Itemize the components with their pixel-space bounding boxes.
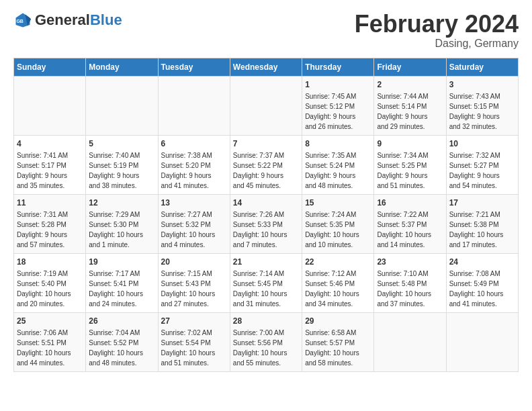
table-row: 27Sunrise: 7:02 AM Sunset: 5:54 PM Dayli… — [158, 312, 230, 371]
table-row: 7Sunrise: 7:37 AM Sunset: 5:22 PM Daylig… — [230, 135, 302, 194]
table-row: 1Sunrise: 7:45 AM Sunset: 5:12 PM Daylig… — [302, 76, 374, 135]
title-block: February 2024 Dasing, Germany — [355, 11, 519, 50]
logo-blue: Blue — [90, 11, 122, 28]
day-number: 16 — [377, 198, 443, 208]
day-info: Sunrise: 7:14 AM Sunset: 5:45 PM Dayligh… — [233, 269, 299, 309]
day-info: Sunrise: 7:34 AM Sunset: 5:25 PM Dayligh… — [377, 150, 443, 191]
table-row: 3Sunrise: 7:43 AM Sunset: 5:15 PM Daylig… — [446, 76, 518, 135]
table-row: 14Sunrise: 7:26 AM Sunset: 5:33 PM Dayli… — [230, 194, 302, 253]
week-row-0: 1Sunrise: 7:45 AM Sunset: 5:12 PM Daylig… — [14, 76, 519, 135]
logo-text: GeneralBlue — [35, 13, 122, 28]
table-row — [14, 76, 86, 135]
day-number: 8 — [305, 139, 371, 148]
day-number: 2 — [377, 80, 443, 89]
day-number: 28 — [233, 316, 299, 326]
col-monday: Monday — [86, 58, 158, 76]
day-info: Sunrise: 7:27 AM Sunset: 5:32 PM Dayligh… — [161, 210, 227, 250]
day-info: Sunrise: 7:08 AM Sunset: 5:49 PM Dayligh… — [449, 269, 515, 309]
day-info: Sunrise: 7:43 AM Sunset: 5:15 PM Dayligh… — [449, 91, 515, 132]
table-row — [230, 76, 302, 135]
table-row — [374, 312, 446, 371]
day-number: 3 — [449, 80, 515, 89]
col-saturday: Saturday — [446, 58, 518, 76]
day-info: Sunrise: 7:17 AM Sunset: 5:41 PM Dayligh… — [89, 269, 154, 309]
table-row: 24Sunrise: 7:08 AM Sunset: 5:49 PM Dayli… — [446, 253, 518, 312]
day-number: 21 — [233, 257, 299, 267]
day-info: Sunrise: 7:06 AM Sunset: 5:51 PM Dayligh… — [17, 328, 83, 368]
table-row: 6Sunrise: 7:38 AM Sunset: 5:20 PM Daylig… — [158, 135, 230, 194]
table-row: 4Sunrise: 7:41 AM Sunset: 5:17 PM Daylig… — [14, 135, 86, 194]
table-row: 5Sunrise: 7:40 AM Sunset: 5:19 PM Daylig… — [86, 135, 158, 194]
table-row: 13Sunrise: 7:27 AM Sunset: 5:32 PM Dayli… — [158, 194, 230, 253]
day-number: 27 — [161, 316, 227, 326]
table-row: 22Sunrise: 7:12 AM Sunset: 5:46 PM Dayli… — [302, 253, 374, 312]
table-row — [158, 76, 230, 135]
day-number: 13 — [161, 198, 227, 208]
day-number: 25 — [17, 316, 83, 326]
week-row-1: 4Sunrise: 7:41 AM Sunset: 5:17 PM Daylig… — [14, 135, 519, 194]
day-info: Sunrise: 7:19 AM Sunset: 5:40 PM Dayligh… — [17, 269, 83, 309]
day-info: Sunrise: 6:58 AM Sunset: 5:57 PM Dayligh… — [305, 328, 371, 368]
day-number: 10 — [449, 139, 515, 148]
day-number: 26 — [89, 316, 154, 326]
table-row: 17Sunrise: 7:21 AM Sunset: 5:38 PM Dayli… — [446, 194, 518, 253]
table-row: 18Sunrise: 7:19 AM Sunset: 5:40 PM Dayli… — [14, 253, 86, 312]
day-number: 15 — [305, 198, 371, 208]
day-number: 12 — [89, 198, 154, 208]
table-row: 15Sunrise: 7:24 AM Sunset: 5:35 PM Dayli… — [302, 194, 374, 253]
day-number: 11 — [17, 198, 83, 208]
day-number: 4 — [17, 139, 83, 148]
day-number: 14 — [233, 198, 299, 208]
col-friday: Friday — [374, 58, 446, 76]
table-row: 9Sunrise: 7:34 AM Sunset: 5:25 PM Daylig… — [374, 135, 446, 194]
week-row-3: 18Sunrise: 7:19 AM Sunset: 5:40 PM Dayli… — [14, 253, 519, 312]
day-info: Sunrise: 7:29 AM Sunset: 5:30 PM Dayligh… — [89, 210, 154, 250]
day-info: Sunrise: 7:31 AM Sunset: 5:28 PM Dayligh… — [17, 210, 83, 250]
day-info: Sunrise: 7:22 AM Sunset: 5:37 PM Dayligh… — [377, 210, 443, 250]
table-row — [446, 312, 518, 371]
day-info: Sunrise: 7:35 AM Sunset: 5:24 PM Dayligh… — [305, 150, 371, 191]
week-row-4: 25Sunrise: 7:06 AM Sunset: 5:51 PM Dayli… — [14, 312, 519, 371]
day-number: 18 — [17, 257, 83, 267]
col-wednesday: Wednesday — [230, 58, 302, 76]
day-info: Sunrise: 7:38 AM Sunset: 5:20 PM Dayligh… — [161, 150, 227, 191]
calendar-table: Sunday Monday Tuesday Wednesday Thursday… — [13, 58, 519, 372]
day-number: 29 — [305, 316, 371, 326]
table-row — [86, 76, 158, 135]
week-row-2: 11Sunrise: 7:31 AM Sunset: 5:28 PM Dayli… — [14, 194, 519, 253]
day-info: Sunrise: 7:41 AM Sunset: 5:17 PM Dayligh… — [17, 150, 83, 191]
col-sunday: Sunday — [14, 58, 86, 76]
day-number: 1 — [305, 80, 371, 89]
day-info: Sunrise: 7:12 AM Sunset: 5:46 PM Dayligh… — [305, 269, 371, 309]
month-title: February 2024 — [355, 11, 519, 38]
table-row: 16Sunrise: 7:22 AM Sunset: 5:37 PM Dayli… — [374, 194, 446, 253]
table-row: 19Sunrise: 7:17 AM Sunset: 5:41 PM Dayli… — [86, 253, 158, 312]
day-number: 20 — [161, 257, 227, 267]
day-number: 6 — [161, 139, 227, 148]
svg-text:GB: GB — [16, 19, 24, 24]
day-info: Sunrise: 7:26 AM Sunset: 5:33 PM Dayligh… — [233, 210, 299, 250]
table-row: 29Sunrise: 6:58 AM Sunset: 5:57 PM Dayli… — [302, 312, 374, 371]
day-number: 17 — [449, 198, 515, 208]
day-info: Sunrise: 7:10 AM Sunset: 5:48 PM Dayligh… — [377, 269, 443, 309]
table-row: 10Sunrise: 7:32 AM Sunset: 5:27 PM Dayli… — [446, 135, 518, 194]
day-info: Sunrise: 7:32 AM Sunset: 5:27 PM Dayligh… — [449, 150, 515, 191]
day-info: Sunrise: 7:45 AM Sunset: 5:12 PM Dayligh… — [305, 91, 371, 132]
table-row: 26Sunrise: 7:04 AM Sunset: 5:52 PM Dayli… — [86, 312, 158, 371]
day-info: Sunrise: 7:15 AM Sunset: 5:43 PM Dayligh… — [161, 269, 227, 309]
header: GB GeneralBlue February 2024 Dasing, Ger… — [13, 11, 519, 50]
table-row: 23Sunrise: 7:10 AM Sunset: 5:48 PM Dayli… — [374, 253, 446, 312]
page: GB GeneralBlue February 2024 Dasing, Ger… — [0, 0, 532, 383]
col-tuesday: Tuesday — [158, 58, 230, 76]
day-number: 9 — [377, 139, 443, 148]
location: Dasing, Germany — [355, 38, 519, 50]
day-info: Sunrise: 7:21 AM Sunset: 5:38 PM Dayligh… — [449, 210, 515, 250]
day-number: 5 — [89, 139, 154, 148]
logo: GB GeneralBlue — [13, 11, 122, 30]
logo-general: General — [35, 11, 90, 28]
day-info: Sunrise: 7:02 AM Sunset: 5:54 PM Dayligh… — [161, 328, 227, 368]
logo-icon: GB — [13, 11, 32, 30]
calendar-header-row: Sunday Monday Tuesday Wednesday Thursday… — [14, 58, 519, 76]
day-number: 19 — [89, 257, 154, 267]
table-row: 20Sunrise: 7:15 AM Sunset: 5:43 PM Dayli… — [158, 253, 230, 312]
